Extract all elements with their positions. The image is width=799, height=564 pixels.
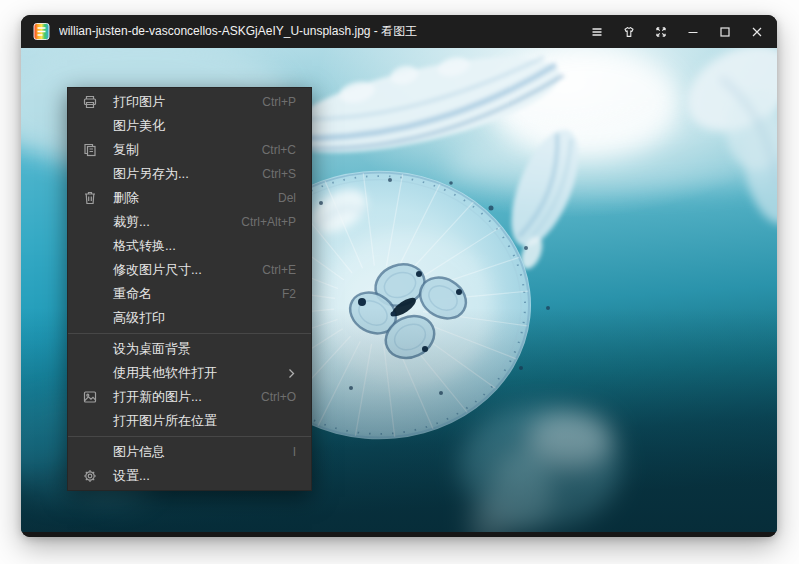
titlebar[interactable]: willian-justen-de-vasconcellos-ASKGjAeIY… [21,15,777,48]
menu-item-shortcut: Ctrl+P [262,95,296,109]
minimize-button[interactable] [677,15,709,48]
menu-item-icon-slot [81,165,99,183]
menu-button[interactable] [581,15,613,48]
window-bottom-edge [21,532,777,537]
menu-item-open-new-image[interactable]: 打开新的图片... Ctrl+O [68,385,311,409]
window-title: willian-justen-de-vasconcellos-ASKGjAeIY… [59,23,581,40]
menu-item-shortcut: Ctrl+Alt+P [241,215,296,229]
menu-item-image-info[interactable]: 图片信息 I [68,440,311,464]
menu-item-label: 复制 [113,141,262,159]
menu-item-label: 图片信息 [113,443,293,461]
fullscreen-button[interactable] [645,15,677,48]
menu-item-label: 修改图片尺寸... [113,261,262,279]
minimize-icon [686,25,700,39]
menu-item-label: 图片美化 [113,117,296,135]
menu-item-save-as[interactable]: 图片另存为... Ctrl+S [68,162,311,186]
menu-item-format-convert[interactable]: 格式转换... [68,234,311,258]
menu-item-label: 高级打印 [113,309,296,327]
menu-item-shortcut: F2 [282,287,296,301]
menu-icon [590,25,604,39]
menu-item-settings[interactable]: 设置... [68,464,311,488]
submenu-arrow-icon [288,367,296,379]
close-icon [750,25,764,39]
menu-item-resize-image[interactable]: 修改图片尺寸... Ctrl+E [68,258,311,282]
fullscreen-icon [654,25,668,39]
menu-separator [68,436,311,437]
menu-item-icon-slot [81,412,99,430]
menu-item-label: 打开新的图片... [113,388,261,406]
menu-item-icon-slot [81,309,99,327]
menu-item-label: 删除 [113,189,278,207]
image-icon [81,388,99,406]
menu-item-label: 重命名 [113,285,282,303]
menu-item-icon-slot [81,364,99,382]
menu-item-icon-slot [81,237,99,255]
image-viewer-window: willian-justen-de-vasconcellos-ASKGjAeIY… [21,15,777,537]
menu-item-label: 设为桌面背景 [113,340,296,358]
menu-item-advanced-print[interactable]: 高级打印 [68,306,311,330]
menu-item-label: 格式转换... [113,237,296,255]
menu-separator [68,333,311,334]
menu-item-icon-slot [81,340,99,358]
menu-item-beautify[interactable]: 图片美化 [68,114,311,138]
printer-icon [81,93,99,111]
menu-item-crop[interactable]: 裁剪... Ctrl+Alt+P [68,210,311,234]
menu-item-shortcut: Ctrl+E [262,263,296,277]
menu-item-delete[interactable]: 删除 Del [68,186,311,210]
menu-item-label: 裁剪... [113,213,241,231]
theme-skin-button[interactable] [613,15,645,48]
maximize-icon [718,25,732,39]
gear-icon [81,467,99,485]
menu-item-label: 打开图片所在位置 [113,412,296,430]
menu-item-icon-slot [81,261,99,279]
menu-item-open-file-location[interactable]: 打开图片所在位置 [68,409,311,433]
menu-item-icon-slot [81,443,99,461]
copy-icon [81,141,99,159]
menu-item-label: 使用其他软件打开 [113,364,288,382]
menu-item-icon-slot [81,213,99,231]
menu-item-print-image[interactable]: 打印图片 Ctrl+P [68,90,311,114]
menu-item-label: 设置... [113,467,296,485]
trash-icon [81,189,99,207]
menu-item-shortcut: Ctrl+C [262,143,296,157]
menu-item-shortcut: Ctrl+S [262,167,296,181]
menu-item-set-wallpaper[interactable]: 设为桌面背景 [68,337,311,361]
menu-item-icon-slot [81,117,99,135]
close-button[interactable] [741,15,773,48]
context-menu: 打印图片 Ctrl+P 图片美化 复制 Ctrl+C [67,87,312,491]
menu-item-label: 打印图片 [113,93,262,111]
app-icon [33,23,50,40]
titlebar-controls [581,15,773,48]
menu-item-label: 图片另存为... [113,165,262,183]
menu-item-open-with[interactable]: 使用其他软件打开 [68,361,311,385]
menu-item-icon-slot [81,285,99,303]
menu-item-copy[interactable]: 复制 Ctrl+C [68,138,311,162]
menu-item-shortcut: Ctrl+O [261,390,296,404]
screenshot-stage: willian-justen-de-vasconcellos-ASKGjAeIY… [0,0,799,564]
menu-item-shortcut: I [293,445,296,459]
maximize-button[interactable] [709,15,741,48]
menu-item-rename[interactable]: 重命名 F2 [68,282,311,306]
menu-item-shortcut: Del [278,191,296,205]
theme-skin-icon [622,25,636,39]
